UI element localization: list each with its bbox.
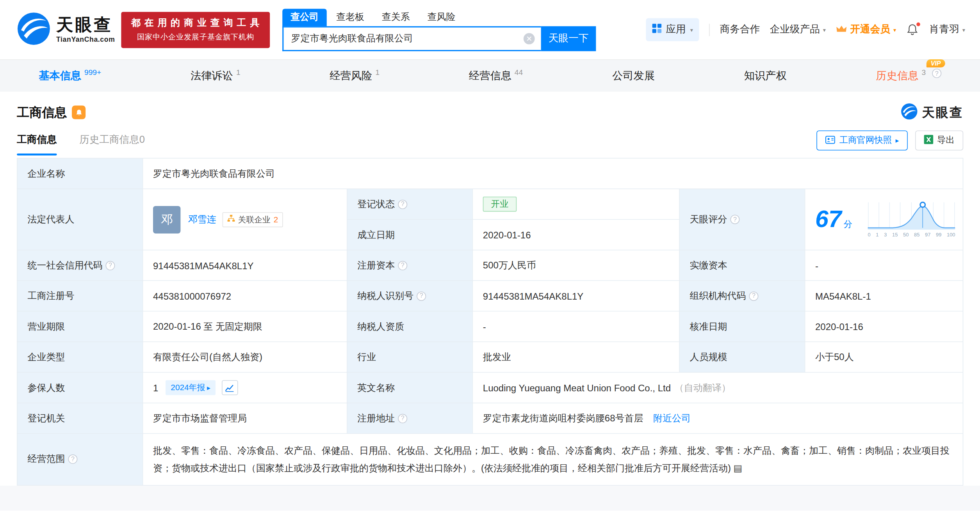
logo-icon [17,12,50,48]
annual-report-link[interactable]: 2024年报 ▸ [166,380,216,395]
caret-down-icon: ▾ [962,27,965,33]
sitemap-icon [227,215,235,224]
tab-legal-proceedings[interactable]: 法律诉讼 1 [191,69,240,83]
help-icon[interactable]: ? [68,455,77,464]
vip-menu[interactable]: 开通会员 ▾ [836,23,896,36]
company-type-value: 有限责任公司(自然人独资) [143,342,347,372]
export-button[interactable]: 导出 [915,130,963,150]
line-chart-icon[interactable] [222,380,238,395]
id-card-icon [825,135,836,146]
search-tab-company[interactable]: 查公司 [282,9,327,26]
reg-authority-value: 罗定市市场监督管理局 [143,403,347,433]
business-scope-value: 批发、零售：食品、冷冻食品、农产品、保健品、日用品、化妆品、文化用品；加工、收购… [143,434,962,485]
help-icon[interactable]: ? [398,414,407,423]
top-right-menu: 应用 ▾ 商务合作 企业级产品 ▾ 开通会员 ▾ [646,18,965,41]
help-icon[interactable]: ? [105,261,115,270]
business-info-card: 工商信息 天眼查 工商信息 [0,92,980,485]
staff-size-label: 人员规模 [680,342,805,372]
collapse-icon[interactable]: ▤ [733,462,742,473]
business-info-table: 企业名称 罗定市粤光肉联食品有限公司 法定代表人 邓 邓雪连 [17,158,963,485]
status-badge: 开业 [483,197,517,211]
english-name-label: 英文名称 [347,373,472,403]
auto-translate-note: （自动翻译） [675,382,731,393]
brand-name: 天眼查 [56,16,115,34]
tab-operating-risk[interactable]: 经营风险 1 [330,69,380,83]
watermark-logo: 天眼查 [901,103,963,122]
reg-capital-value: 500万人民币 [473,250,679,281]
legal-rep-label: 法定代表人 [18,189,143,250]
tab-company-development[interactable]: 公司发展 [612,69,655,83]
reg-number-label: 工商注册号 [18,281,143,311]
reg-authority-label: 登记机关 [18,403,143,433]
promo-banner: 都 在 用 的 商 业 查 询 工 具 国家中小企业发展子基金旗下机构 [121,12,270,48]
credit-code-value: 91445381MA54AK8L1Y [143,250,347,281]
related-companies-badge[interactable]: 关联企业 2 [223,212,283,227]
help-icon[interactable]: ? [749,291,758,300]
reg-capital-label: 注册资本? [347,250,472,281]
legal-rep-avatar[interactable]: 邓 [153,206,180,233]
org-code-label: 组织机构代码? [680,281,805,311]
address-value: 罗定市素龙街道岗咀村委岗腰68号首层 附近公司 [473,403,962,433]
cooperation-menu[interactable]: 商务合作 [720,23,760,36]
enterprise-menu[interactable]: 企业级产品 ▾ [770,23,826,36]
help-icon[interactable]: ? [932,69,941,78]
search-tab-risk[interactable]: 查风险 [419,9,464,26]
divider [709,23,710,36]
term-label: 营业期限 [18,311,143,341]
address-label: 注册地址? [347,403,472,433]
establish-date-value: 2020-01-16 [473,220,679,250]
promo-line1: 都 在 用 的 商 业 查 询 工 具 [131,17,260,28]
tab-basic-info[interactable]: 基本信息 999+ [39,69,101,83]
logo-icon [901,103,918,122]
help-icon[interactable]: ? [730,215,739,224]
clear-icon[interactable]: ✕ [524,33,535,44]
user-menu[interactable]: 肖青羽 ▾ [929,23,965,36]
taxpayer-id-value: 91445381MA54AK8L1Y [473,281,679,311]
industry-value: 批发业 [473,342,679,372]
crown-icon [836,24,847,36]
establish-date-label: 成立日期 [347,220,472,250]
search-input[interactable] [283,33,523,44]
subtab-row: 工商信息 历史工商信息0 工商官网快照 ▸ [17,130,963,155]
official-snapshot-button[interactable]: 工商官网快照 ▸ [817,130,908,150]
taxpayer-id-label: 纳税人识别号? [347,281,472,311]
search-box: ✕ [282,26,541,51]
subtab-business-info[interactable]: 工商信息 [17,133,57,155]
paid-capital-label: 实缴资本 [680,250,805,281]
company-type-label: 企业类型 [18,342,143,372]
taxpayer-quality-value: - [473,311,679,341]
arrow-right-icon: ▸ [896,137,899,145]
tab-intellectual-property[interactable]: 知识产权 [744,69,787,83]
tab-history-info[interactable]: VIP 历史信息 3 ? [876,69,942,83]
caret-down-icon: ▾ [690,27,693,33]
legal-rep-value: 邓 邓雪连 关联企业 2 [143,189,347,250]
reg-status-value: 开业 [473,189,679,219]
tianyancha-logo[interactable]: 天眼查 TianYanCha.com [17,12,115,48]
company-name-value: 罗定市粤光肉联食品有限公司 [143,158,962,188]
reg-status-label: 登记状态? [347,189,472,219]
notification-bell-icon[interactable] [906,23,919,36]
search-button[interactable]: 天眼一下 [541,26,596,51]
help-icon[interactable]: ? [417,291,426,300]
subscribe-bell-icon[interactable] [72,105,86,119]
reg-number-value: 445381000076972 [143,281,347,311]
approval-date-label: 核准日期 [680,311,805,341]
score-label: 天眼评分? [680,189,805,250]
help-icon[interactable]: ? [398,199,407,209]
excel-icon [924,135,933,146]
org-code-value: MA54AK8L-1 [805,281,962,311]
search-tabs: 查公司 查老板 查关系 查风险 [282,9,596,26]
taxpayer-quality-label: 纳税人资质 [347,311,472,341]
nearby-companies-link[interactable]: 附近公司 [653,412,691,424]
watermark-text: 天眼查 [922,104,964,121]
legal-rep-name-link[interactable]: 邓雪连 [188,213,216,225]
tab-operating-info[interactable]: 经营信息 44 [469,69,523,83]
subtab-history-business-info[interactable]: 历史工商信息0 [79,133,145,155]
search-area: 查公司 查老板 查关系 查风险 ✕ 天眼一下 [282,9,596,51]
grid-icon [652,24,661,36]
search-tab-relation[interactable]: 查关系 [374,9,418,26]
search-tab-boss[interactable]: 查老板 [328,9,372,26]
insured-label: 参保人数 [18,373,143,403]
help-icon[interactable]: ? [398,261,407,270]
apps-menu[interactable]: 应用 ▾ [646,18,699,41]
